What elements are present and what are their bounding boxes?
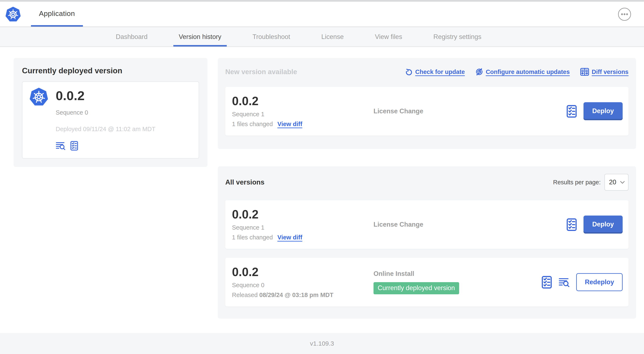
logs-icon[interactable] (558, 277, 570, 287)
version-actions: Deploy (566, 216, 623, 234)
new-version-row: 0.0.2 Sequence 1 1 files changed View di… (225, 87, 628, 136)
files-changed-text: 1 files changed (232, 234, 273, 241)
app-header: Application (0, 2, 644, 27)
kubernetes-logo-icon (29, 87, 48, 106)
version-actions: Redeploy (542, 273, 623, 291)
window-edge (0, 0, 644, 2)
deployed-version-info: 0.0.2 Sequence 0 Deployed 09/11/24 @ 11:… (56, 87, 156, 151)
version-source: License Change (374, 108, 566, 115)
released-date: 08/29/24 @ 03:18 pm MDT (260, 291, 334, 298)
version-row: 0.0.2 Sequence 0 Released 08/29/24 @ 03:… (225, 258, 628, 306)
configure-automatic-updates-link[interactable]: Configure automatic updates (475, 68, 570, 76)
currently-deployed-title: Currently deployed version (22, 66, 199, 75)
redeploy-button[interactable]: Redeploy (576, 273, 623, 291)
deployed-sequence: Sequence 0 (56, 109, 156, 116)
tab-troubleshoot-label: Troubleshoot (252, 33, 290, 41)
version-info: 0.0.2 Sequence 1 1 files changed View di… (232, 95, 374, 128)
view-diff-link[interactable]: View diff (278, 234, 302, 241)
deployed-version-box: 0.0.2 Sequence 0 Deployed 09/11/24 @ 11:… (22, 82, 199, 159)
diff-icon (580, 68, 589, 76)
version-number: 0.0.2 (232, 95, 374, 108)
version-info: 0.0.2 Sequence 1 1 files changed View di… (232, 208, 374, 241)
app-logo-wrap (5, 2, 21, 27)
tab-view-files[interactable]: View files (370, 27, 408, 47)
results-per-page: Results per page: 20 (553, 174, 628, 191)
deploy-button[interactable]: Deploy (584, 216, 623, 234)
app-footer: v1.109.3 (0, 333, 644, 354)
released-label: Released (232, 291, 258, 298)
checklist-icon[interactable] (566, 105, 577, 118)
version-number: 0.0.2 (232, 266, 374, 278)
version-source-label: License Change (374, 108, 566, 115)
files-changed-text: 1 files changed (232, 121, 273, 128)
tab-registry-settings-label: Registry settings (434, 33, 481, 41)
clock-refresh-icon (475, 68, 483, 76)
all-versions-card: All versions Results per page: 20 0.0.2 … (218, 166, 636, 319)
kubernetes-logo-icon (5, 6, 21, 22)
deployed-version-actions (56, 141, 156, 151)
tab-version-history-label: Version history (179, 33, 221, 41)
version-source: License Change (374, 221, 566, 228)
results-per-page-select[interactable]: 20 (604, 174, 628, 191)
version-sequence: Sequence 1 (232, 224, 374, 231)
new-version-title: New version available (225, 68, 297, 76)
tab-troubleshoot[interactable]: Troubleshoot (247, 27, 296, 47)
check-for-update-label: Check for update (415, 69, 465, 75)
view-diff-link[interactable]: View diff (278, 121, 302, 128)
check-for-update-link[interactable]: Check for update (405, 68, 465, 76)
new-version-card: New version available Check for update C… (218, 58, 636, 149)
new-version-header: New version available Check for update C… (225, 66, 628, 78)
version-row: 0.0.2 Sequence 1 1 files changed View di… (225, 200, 628, 249)
tab-dashboard[interactable]: Dashboard (110, 27, 153, 47)
currently-deployed-card: Currently deployed version 0.0.2 Sequenc… (14, 58, 208, 167)
all-versions-header: All versions Results per page: 20 (225, 174, 628, 191)
tab-license[interactable]: License (316, 27, 349, 47)
diff-versions-link[interactable]: Diff versions (580, 68, 628, 76)
all-versions-title: All versions (225, 178, 264, 186)
app-nav: Dashboard Version history Troubleshoot L… (0, 27, 644, 47)
tab-view-files-label: View files (375, 33, 402, 41)
deployed-timestamp: Deployed 09/11/24 @ 11:02 am MDT (56, 126, 156, 133)
tab-dashboard-label: Dashboard (116, 33, 148, 41)
application-tab[interactable]: Application (31, 2, 83, 27)
checklist-icon[interactable] (566, 218, 577, 231)
files-changed-line: 1 files changed View diff (232, 234, 374, 241)
currently-deployed-badge: Currently deployed version (374, 282, 459, 294)
deployed-version-number: 0.0.2 (56, 89, 156, 103)
ellipsis-menu-icon (621, 13, 628, 15)
overflow-menu-button[interactable] (618, 8, 631, 21)
version-actions: Deploy (566, 102, 623, 120)
diff-versions-label: Diff versions (592, 69, 628, 75)
refresh-icon (405, 68, 413, 76)
version-source-label: License Change (374, 221, 566, 228)
console-version: v1.109.3 (310, 340, 334, 347)
versions-column: New version available Check for update C… (218, 58, 636, 319)
version-sequence: Sequence 1 (232, 111, 374, 118)
files-changed-line: 1 files changed View diff (232, 121, 374, 128)
results-per-page-value: 20 (609, 178, 616, 186)
logs-icon[interactable] (56, 142, 65, 150)
main-content: Currently deployed version 0.0.2 Sequenc… (0, 47, 644, 333)
tab-license-label: License (321, 33, 344, 41)
tab-registry-settings[interactable]: Registry settings (428, 27, 487, 47)
checklist-icon[interactable] (70, 141, 78, 151)
version-source: Online Install Currently deployed versio… (374, 270, 542, 294)
deploy-button[interactable]: Deploy (584, 102, 623, 120)
tab-version-history[interactable]: Version history (173, 27, 227, 47)
version-sequence: Sequence 0 (232, 282, 374, 289)
version-info: 0.0.2 Sequence 0 Released 08/29/24 @ 03:… (232, 266, 374, 298)
application-tab-label: Application (39, 10, 75, 18)
version-number: 0.0.2 (232, 208, 374, 221)
chevron-down-icon (620, 181, 625, 184)
checklist-icon[interactable] (542, 276, 552, 289)
configure-automatic-updates-label: Configure automatic updates (486, 69, 570, 75)
update-actions: Check for update Configure automatic upd… (405, 68, 628, 76)
released-line: Released 08/29/24 @ 03:18 pm MDT (232, 291, 374, 298)
version-source-label: Online Install (374, 270, 542, 277)
results-per-page-label: Results per page: (553, 179, 601, 186)
